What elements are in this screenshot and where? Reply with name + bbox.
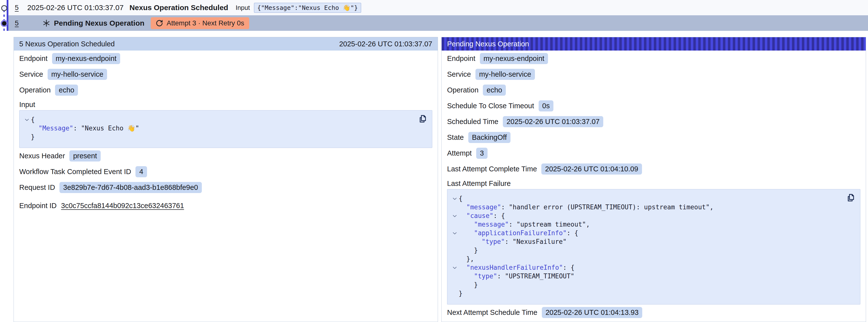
event-input-label: Input [236, 4, 250, 11]
input-json-block: {"Message": "Nexus Echo 👋"} [19, 110, 432, 148]
field-service-label: Service [19, 70, 43, 78]
field-endpoint-value-badge: my-nexus-endpoint [52, 53, 120, 64]
pending-event-id-link[interactable]: 5 [15, 19, 19, 27]
json-code-line: { [23, 116, 427, 124]
pending-field-attempt-label: Attempt [447, 149, 472, 157]
pending-field-stc-timeout-value-badge: 0s [538, 100, 554, 111]
field-operation-value-badge: echo [55, 85, 78, 96]
pending-nexus-operation-row[interactable]: 5 Pending Nexus Operation Attempt 3 · Ne… [8, 15, 868, 31]
scheduled-panel-header: 5 Nexus Operation Scheduled 2025-02-26 U… [14, 37, 438, 51]
event-id-link[interactable]: 5 [15, 4, 19, 11]
pending-field-endpoint: Endpoint my-nexus-endpoint [447, 51, 860, 66]
pending-panel-header: Pending Nexus Operation [442, 37, 866, 51]
endpoint-id-link[interactable]: 3c0c75ccfa8144b092c13ce632463761 [61, 202, 184, 210]
pending-row-title: Pending Nexus Operation [54, 19, 145, 27]
field-wtc-event-id-label: Workflow Task Completed Event ID [19, 168, 131, 176]
pending-field-operation-label: Operation [447, 86, 478, 94]
copy-icon [417, 114, 427, 124]
json-code-line: "message": "upstream timeout", [451, 220, 855, 229]
json-code-text: } [459, 246, 478, 255]
json-code-text: "type": "UPSTREAM_TIMEOUT" [459, 272, 575, 281]
copy-input-button[interactable] [417, 114, 428, 124]
timeline-event-dot-icon [1, 5, 7, 11]
input-section-label-row: Input [19, 99, 432, 110]
copy-failure-button[interactable] [845, 192, 856, 203]
field-nexus-header: Nexus Header present [19, 148, 432, 164]
code-gutter [451, 220, 459, 229]
pending-field-state-value-badge: BackingOff [468, 132, 510, 143]
json-code-line: "Message": "Nexus Echo 👋" [23, 124, 427, 133]
code-gutter [451, 246, 459, 255]
json-code-line: }, [451, 255, 855, 263]
event-name: Nexus Operation Scheduled [129, 3, 228, 12]
pending-field-service: Service my-hello-service [447, 66, 860, 82]
event-timestamp: 2025-02-26 UTC 01:03:37.07 [27, 3, 124, 12]
field-nexus-header-value-badge: present [69, 151, 101, 161]
input-section-label: Input [19, 101, 35, 109]
pending-field-next-attempt-schedule-time: Next Attempt Schedule Time 2025-02-26 UT… [447, 304, 860, 320]
pending-field-operation-value-badge: echo [483, 85, 506, 96]
code-gutter [451, 255, 459, 263]
json-code-text: } [459, 289, 463, 298]
timeline-pending-dot-icon [1, 20, 8, 27]
json-code-text: }, [459, 255, 474, 263]
pending-nexus-operation-panel: Pending Nexus Operation Endpoint my-nexu… [441, 37, 866, 322]
field-endpoint-id-label: Endpoint ID [19, 202, 57, 210]
pending-field-service-value-badge: my-hello-service [475, 69, 535, 80]
collapse-chevron-icon[interactable] [451, 229, 459, 237]
json-code-line: } [451, 246, 855, 255]
json-code-text: } [31, 133, 35, 141]
code-gutter [451, 272, 459, 281]
attempt-retry-label: Attempt 3 · Next Retry 0s [166, 19, 244, 27]
field-request-id-label: Request ID [19, 184, 55, 192]
collapse-chevron-icon[interactable] [451, 263, 459, 272]
json-code-text: } [459, 281, 478, 289]
field-request-id: Request ID 3e829b7e-7d67-4b08-aad3-b1e86… [19, 180, 432, 195]
json-code-line: "applicationFailureInfo": { [451, 229, 855, 237]
collapse-chevron-icon[interactable] [451, 194, 459, 203]
json-code-line: "message": "handler error (UPSTREAM_TIME… [451, 203, 855, 212]
timeline-active-bar [7, 0, 8, 31]
pending-field-operation: Operation echo [447, 82, 860, 98]
json-code-line: "nexusHandlerFailureInfo": { [451, 263, 855, 272]
field-service-value-badge: my-hello-service [48, 69, 107, 80]
json-code-text: "Message": "Nexus Echo 👋" [31, 124, 139, 133]
field-operation-label: Operation [19, 86, 51, 94]
json-code-text: "cause": { [459, 212, 505, 220]
pending-field-stc-timeout-label: Schedule To Close Timeout [447, 102, 534, 110]
event-row-nexus-operation-scheduled[interactable]: 5 2025-02-26 UTC 01:03:37.07 Nexus Opera… [8, 0, 868, 15]
pending-panel-title: Pending Nexus Operation [447, 40, 529, 48]
event-input-json: {"Message": "Nexus Echo 👋"} [23, 116, 427, 141]
json-code-line: "type": "UPSTREAM_TIMEOUT" [451, 272, 855, 281]
pending-field-attempt: Attempt 3 [447, 145, 860, 161]
scheduled-panel-body: Endpoint my-nexus-endpoint Service my-he… [14, 51, 438, 214]
last-attempt-failure-label: Last Attempt Failure [447, 180, 511, 188]
retry-icon [156, 20, 163, 27]
json-code-line: { [451, 194, 855, 203]
code-gutter [451, 281, 459, 289]
pending-field-scheduled-time-value-badge: 2025-02-26 UTC 01:03:37.07 [503, 116, 603, 127]
field-endpoint-label: Endpoint [19, 55, 48, 63]
event-input-preview-badge: {"Message":"Nexus Echo 👋"} [254, 3, 361, 13]
json-code-text: "nexusHandlerFailureInfo": { [459, 263, 575, 272]
field-wtc-event-id-value-badge: 4 [135, 166, 147, 177]
pending-field-attempt-value-badge: 3 [476, 148, 488, 159]
pending-panel-body: Endpoint my-nexus-endpoint Service my-he… [442, 51, 866, 320]
collapse-chevron-icon[interactable] [451, 212, 459, 220]
scheduled-panel-timestamp: 2025-02-26 UTC 01:03:37.07 [339, 40, 432, 48]
json-code-line: } [451, 281, 855, 289]
field-request-id-value-badge: 3e829b7e-7d67-4b08-aad3-b1e868bfe9e0 [59, 182, 202, 193]
pending-asterisk-icon [42, 19, 51, 27]
pending-field-state: State BackingOff [447, 129, 860, 145]
code-gutter [451, 237, 459, 246]
failure-json: {"message": "handler error (UPSTREAM_TIM… [451, 194, 855, 298]
last-attempt-failure-label-row: Last Attempt Failure [447, 178, 860, 189]
json-code-line: } [23, 133, 427, 141]
json-code-line: "cause": { [451, 212, 855, 220]
json-code-line: } [451, 289, 855, 298]
attempt-retry-badge[interactable]: Attempt 3 · Next Retry 0s [151, 17, 249, 29]
event-detail-panels: 5 Nexus Operation Scheduled 2025-02-26 U… [0, 37, 868, 322]
code-gutter [451, 289, 459, 298]
collapse-chevron-icon[interactable] [23, 116, 31, 124]
json-code-text: { [31, 116, 35, 124]
